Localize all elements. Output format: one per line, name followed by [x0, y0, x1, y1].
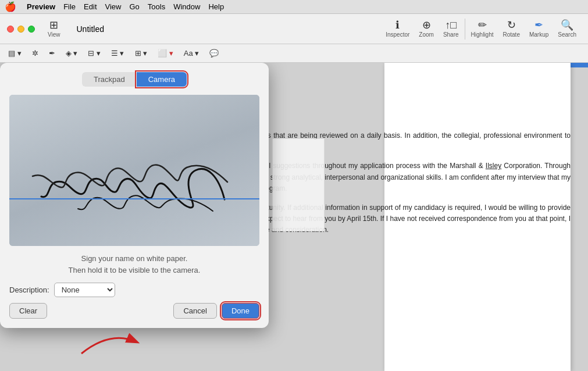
main-area: ▦ ▾ Macros U LETTER at the Marshall& Ils… — [0, 63, 588, 371]
camera-feed — [9, 95, 259, 246]
menu-help[interactable]: Help — [208, 2, 224, 11]
tb2-pages[interactable]: ▤ ▾ — [5, 48, 25, 59]
partial-white-box — [272, 138, 325, 231]
rotate-label: Rotate — [503, 31, 519, 38]
camera-view — [9, 95, 259, 246]
menu-tools[interactable]: Tools — [148, 2, 165, 11]
arrow-svg — [76, 324, 145, 359]
tab-trackpad[interactable]: Trackpad — [82, 72, 137, 87]
traffic-lights — [7, 26, 35, 33]
share-button[interactable]: ↑□ Share — [439, 17, 464, 40]
done-button[interactable]: Done — [222, 303, 259, 319]
markup-button[interactable]: ✒ Markup — [525, 17, 553, 40]
menu-window[interactable]: Window — [173, 2, 200, 11]
tab-camera[interactable]: Camera — [137, 72, 187, 87]
tb2-adjust[interactable]: ⊟ ▾ — [84, 48, 104, 59]
highlight-button[interactable]: ✏ Highlight — [466, 17, 498, 40]
view-button[interactable]: ⊞ View — [43, 17, 65, 40]
apple-menu[interactable]: 🍎 — [5, 1, 16, 12]
camera-baseline — [9, 198, 259, 199]
description-select[interactable]: None Signature 1 Signature 2 — [54, 283, 115, 297]
rotate-button[interactable]: ↻ Rotate — [498, 17, 524, 40]
arrow-annotation — [76, 324, 145, 362]
menu-view[interactable]: View — [105, 2, 122, 11]
dialog-buttons: Clear Cancel Done — [9, 303, 259, 319]
maximize-button[interactable] — [28, 26, 35, 33]
search-label: Search — [558, 31, 576, 38]
view-label: View — [48, 31, 60, 38]
tb2-text[interactable]: Aa ▾ — [180, 48, 203, 59]
view-icon: ⊞ — [49, 20, 58, 30]
highlight-icon: ✏ — [478, 20, 487, 30]
zoom-label: Zoom — [419, 31, 434, 38]
inspector-label: Inspector — [386, 31, 409, 38]
tb2-select[interactable]: ✲ — [28, 48, 42, 59]
menu-go[interactable]: Go — [129, 2, 139, 11]
menu-file[interactable]: File — [63, 2, 76, 11]
markup-label: Markup — [529, 31, 548, 38]
signature-dialog: Trackpad Camera — [0, 63, 269, 328]
tb2-note[interactable]: 💬 — [206, 48, 222, 59]
tb2-shapes[interactable]: ◈ ▾ — [62, 48, 81, 59]
separator — [465, 19, 465, 40]
highlight-label: Highlight — [471, 31, 494, 38]
cancel-button[interactable]: Cancel — [173, 303, 216, 319]
tb2-align[interactable]: ☰ ▾ — [108, 48, 128, 59]
markup-icon: ✒ — [534, 20, 543, 30]
menu-edit[interactable]: Edit — [84, 2, 97, 11]
rotate-icon: ↻ — [507, 20, 516, 30]
minimize-button[interactable] — [17, 26, 24, 33]
zoom-icon: ⊕ — [422, 20, 431, 30]
close-button[interactable] — [7, 26, 14, 33]
share-icon: ↑□ — [445, 20, 457, 30]
description-row: Description: None Signature 1 Signature … — [9, 283, 259, 297]
instruction-text: Sign your name on white paper. Then hold… — [9, 253, 259, 276]
dialog-overlay: Trackpad Camera — [0, 63, 588, 371]
search-icon: 🔍 — [561, 20, 573, 30]
tb2-border[interactable]: ⬜ ▾ — [154, 48, 177, 59]
inspector-icon: ℹ — [395, 20, 400, 30]
titlebar: ⊞ View Untitled ℹ Inspector ⊕ Zoom ↑□ Sh… — [0, 14, 588, 44]
tb2-draw[interactable]: ✒ — [45, 48, 59, 59]
window-title: Untitled — [77, 24, 104, 34]
menubar: 🍎 Preview File Edit View Go Tools Window… — [0, 0, 588, 14]
inspector-button[interactable]: ℹ Inspector — [381, 17, 414, 40]
clear-button[interactable]: Clear — [9, 303, 47, 319]
description-label: Description: — [9, 286, 49, 294]
share-label: Share — [443, 31, 459, 38]
search-button[interactable]: 🔍 Search — [553, 17, 581, 40]
signature-display — [9, 95, 259, 246]
app-name[interactable]: Preview — [27, 2, 55, 11]
toolbar2: ▤ ▾ ✲ ✒ ◈ ▾ ⊟ ▾ ☰ ▾ ⊞ ▾ ⬜ ▾ Aa ▾ 💬 — [0, 44, 588, 63]
document-panel: ▦ ▾ Macros U LETTER at the Marshall& Ils… — [0, 63, 588, 371]
tb2-grid[interactable]: ⊞ ▾ — [131, 48, 151, 59]
tab-switcher: Trackpad Camera — [9, 72, 259, 87]
zoom-button[interactable]: ⊕ Zoom — [414, 17, 439, 40]
